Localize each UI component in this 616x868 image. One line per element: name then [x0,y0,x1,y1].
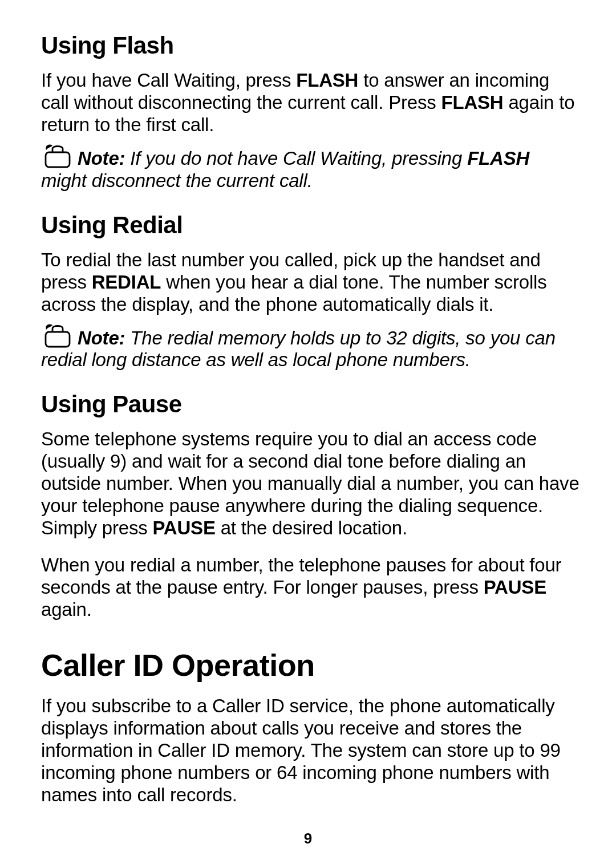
text: again. [41,599,92,620]
note-label: Note: [78,327,125,348]
page-number: 9 [0,830,616,847]
heading-caller-id-operation: Caller ID Operation [41,647,579,683]
note-icon [41,322,74,348]
pause-paragraph-2: When you redial a number, the telephone … [41,554,579,621]
flash-key-1: FLASH [296,70,358,91]
text: might disconnect the current call. [41,170,313,191]
note-label: Note: [78,148,125,169]
flash-paragraph: If you have Call Waiting, press FLASH to… [41,70,579,136]
note-icon [41,142,74,168]
text: at the desired location. [216,517,407,538]
heading-using-flash: Using Flash [41,32,579,59]
redial-note: Note: The redial memory holds up to 32 d… [41,322,579,372]
heading-using-pause: Using Pause [41,391,579,418]
redial-paragraph: To redial the last number you called, pi… [41,249,579,316]
pause-key-2: PAUSE [484,577,546,598]
flash-key-note: FLASH [467,148,529,169]
flash-note: Note: If you do not have Call Waiting, p… [41,142,579,192]
document-page: Using Flash If you have Call Waiting, pr… [0,0,616,868]
text: If you have Call Waiting, press [41,70,296,91]
pause-paragraph-1: Some telephone systems require you to di… [41,428,579,540]
text: If you do not have Call Waiting, pressin… [125,148,467,169]
heading-using-redial: Using Redial [41,212,579,239]
flash-key-2: FLASH [441,92,503,113]
callerid-paragraph: If you subscribe to a Caller ID service,… [41,695,579,806]
redial-key: REDIAL [92,271,161,293]
pause-key-1: PAUSE [152,517,215,538]
